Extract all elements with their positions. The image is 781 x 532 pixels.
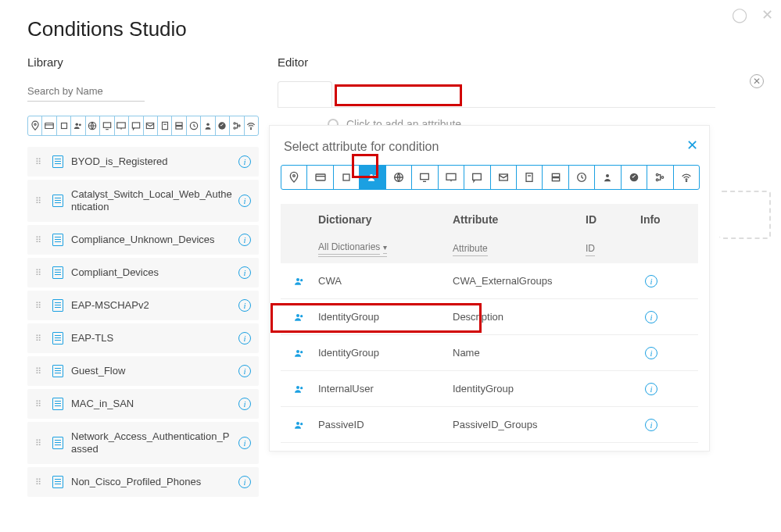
drag-handle-icon[interactable]: ⠿: [35, 480, 46, 484]
editor-tab[interactable]: [278, 81, 332, 108]
drag-handle-icon[interactable]: ⠿: [35, 238, 46, 242]
info-icon[interactable]: i: [238, 437, 251, 449]
drag-handle-icon[interactable]: ⠿: [35, 160, 46, 164]
shield-icon[interactable]: [622, 166, 647, 189]
card-icon[interactable]: [307, 166, 333, 189]
wifi-icon[interactable]: [674, 166, 699, 189]
info-icon[interactable]: i: [238, 155, 251, 168]
box-icon[interactable]: [57, 116, 71, 135]
wifi-icon[interactable]: [245, 116, 258, 135]
monitor-icon[interactable]: [100, 116, 114, 135]
server-icon[interactable]: [172, 116, 186, 135]
location-icon[interactable]: [281, 166, 307, 189]
filter-dictionary[interactable]: All Dictionaries▾: [318, 241, 387, 257]
branch-icon[interactable]: [647, 166, 673, 189]
info-icon[interactable]: i: [645, 383, 657, 395]
svg-rect-16: [176, 127, 182, 130]
doc-icon[interactable]: [158, 116, 172, 135]
info-icon[interactable]: i: [238, 266, 251, 279]
search-input[interactable]: [27, 81, 145, 102]
attribute-table-filter: All Dictionaries▾ Attribute ID: [281, 235, 698, 263]
branch-icon[interactable]: [230, 116, 244, 135]
globe-icon[interactable]: [386, 166, 412, 189]
mail-icon[interactable]: [144, 116, 158, 135]
info-icon[interactable]: i: [645, 347, 657, 359]
user-icon[interactable]: [595, 166, 621, 189]
library-item[interactable]: ⠿ Catalyst_Switch_Local_Web_Authenticati…: [27, 180, 259, 222]
drag-handle-icon[interactable]: ⠿: [35, 304, 46, 308]
card-icon[interactable]: [42, 116, 56, 135]
svg-point-24: [293, 175, 296, 177]
svg-point-46: [661, 177, 664, 179]
info-icon[interactable]: i: [238, 398, 251, 410]
drag-handle-icon[interactable]: ⠿: [35, 271, 46, 275]
svg-point-51: [300, 315, 303, 317]
close-window-icon[interactable]: ✕: [761, 6, 773, 23]
library-category-filter[interactable]: [27, 116, 259, 136]
help-icon[interactable]: ◯: [732, 6, 747, 23]
popup-close-icon[interactable]: ✕: [686, 137, 698, 154]
filter-id[interactable]: ID: [586, 243, 595, 256]
highlight-box-1: [335, 84, 462, 106]
user-icon[interactable]: [201, 116, 215, 135]
row-dictionary: IdentityGroup: [318, 311, 453, 323]
drag-handle-icon[interactable]: ⠿: [35, 441, 46, 445]
doc-icon[interactable]: [517, 166, 543, 189]
info-icon[interactable]: i: [645, 419, 657, 431]
close-editor-row-icon[interactable]: ✕: [750, 74, 764, 88]
drag-handle-icon[interactable]: ⠿: [35, 199, 46, 203]
library-item[interactable]: ⠿ Compliance_Unknown_Devices i: [27, 225, 259, 255]
popup-category-filter[interactable]: [281, 165, 700, 190]
attribute-row[interactable]: IdentityGroup Description i: [281, 299, 698, 335]
mail-icon[interactable]: [491, 166, 517, 189]
library-item[interactable]: ⠿ EAP-MSCHAPv2 i: [27, 291, 259, 320]
svg-point-56: [296, 422, 299, 425]
attribute-row[interactable]: InternalUser IdentityGroup i: [281, 371, 698, 407]
clock-icon[interactable]: [187, 116, 201, 135]
info-icon[interactable]: i: [238, 476, 251, 488]
row-attribute: CWA_ExternalGroups: [453, 275, 586, 287]
globe-icon[interactable]: [86, 116, 100, 135]
drag-handle-icon[interactable]: ⠿: [35, 337, 46, 341]
library-item[interactable]: ⠿ Network_Access_Authentication_Passed i: [27, 422, 259, 464]
library-item[interactable]: ⠿ Compliant_Devices i: [27, 258, 259, 287]
row-dictionary: CWA: [318, 275, 453, 287]
library-item[interactable]: ⠿ EAP-TLS i: [27, 323, 259, 353]
display-icon[interactable]: [115, 116, 129, 135]
library-item-label: Network_Access_Authentication_Passed: [71, 430, 234, 455]
attribute-row[interactable]: CWA CWA_ExternalGroups i: [281, 263, 698, 299]
attribute-row[interactable]: PassiveID PassiveID_Groups i: [281, 407, 698, 443]
shield-icon[interactable]: [216, 116, 230, 135]
svg-point-28: [370, 174, 373, 177]
info-icon[interactable]: i: [645, 311, 657, 323]
svg-rect-9: [117, 123, 126, 128]
server-icon[interactable]: [543, 166, 568, 189]
info-icon[interactable]: i: [238, 365, 251, 377]
group-icon[interactable]: [71, 116, 85, 135]
info-icon[interactable]: i: [238, 332, 251, 345]
library-item[interactable]: ⠿ MAC_in_SAN i: [27, 389, 259, 419]
filter-attribute[interactable]: Attribute: [453, 243, 488, 256]
condition-doc-icon: [52, 155, 63, 168]
monitor-icon[interactable]: [412, 166, 438, 189]
message-icon[interactable]: [464, 166, 490, 189]
display-icon[interactable]: [439, 166, 464, 189]
clock-icon[interactable]: [569, 166, 595, 189]
group-icon[interactable]: [360, 166, 385, 189]
location-icon[interactable]: [28, 116, 42, 135]
message-icon[interactable]: [129, 116, 143, 135]
drag-handle-icon[interactable]: ⠿: [35, 370, 46, 373]
info-icon[interactable]: i: [238, 195, 251, 207]
library-item[interactable]: ⠿ Non_Cisco_Profiled_Phones i: [27, 467, 259, 497]
library-item[interactable]: ⠿ Guest_Flow i: [27, 356, 259, 386]
library-item[interactable]: ⠿ BYOD_is_Registered i: [27, 147, 259, 177]
drop-zone[interactable]: [719, 191, 771, 239]
attribute-row[interactable]: IdentityGroup Name i: [281, 335, 698, 371]
info-icon[interactable]: i: [238, 299, 251, 312]
box-icon[interactable]: [334, 166, 360, 189]
attribute-table-header: Dictionary Attribute ID Info: [281, 204, 698, 235]
drag-handle-icon[interactable]: ⠿: [35, 402, 46, 406]
row-dictionary: PassiveID: [318, 419, 453, 430]
info-icon[interactable]: i: [238, 234, 251, 246]
info-icon[interactable]: i: [645, 275, 657, 287]
